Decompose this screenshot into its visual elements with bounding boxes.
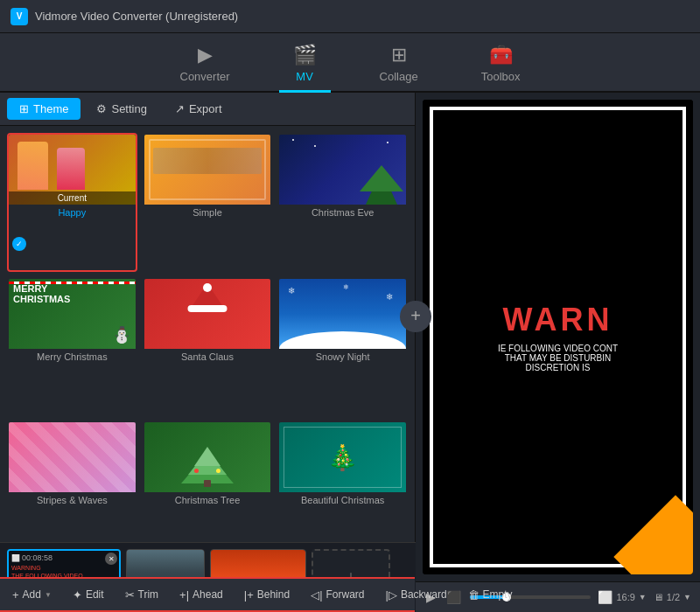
aspect-dropdown-arrow: ▼ (639, 593, 647, 602)
warning-line2: THAT MAY BE DISTURBIN (498, 353, 618, 363)
theme-item-simple[interactable]: Simple (143, 133, 273, 272)
video-preview: WARN IE FOLLOWING VIDEO CONT THAT MAY BE… (423, 100, 693, 574)
add-icon: + (12, 588, 19, 602)
edit-button[interactable]: ✦ Edit (66, 584, 111, 606)
title-bar: V Vidmore Video Converter (Unregistered) (0, 0, 700, 33)
resolution-selector[interactable]: 🖥 1/2 ▼ (654, 592, 691, 602)
theme-tab-icon: ⊞ (19, 102, 29, 115)
warning-line1: IE FOLLOWING VIDEO CONT (498, 344, 618, 353)
theme-grid: Current Happy ✓ Simple (0, 126, 415, 567)
theme-item-christmas-eve[interactable]: Christmas Eve (277, 133, 408, 272)
export-tab-icon: ↗ (175, 102, 185, 115)
theme-santa-claus-label: Santa Claus (144, 349, 271, 364)
clip-close-1[interactable]: ✕ (105, 553, 117, 565)
video-content: WARN IE FOLLOWING VIDEO CONT THAT MAY BE… (423, 100, 693, 574)
edit-icon: ✦ (73, 588, 82, 602)
nav-collage[interactable]: ⊞ Collage (366, 37, 432, 93)
theme-happy-label: Happy (9, 205, 136, 219)
theme-christmas-eve-label: Christmas Eve (279, 205, 406, 219)
nav-toolbox[interactable]: 🧰 Toolbox (467, 37, 535, 93)
theme-item-beautiful-christmas[interactable]: 🎄 Beautiful Christmas (277, 421, 408, 560)
mv-icon: 🎬 (293, 44, 317, 66)
tab-export[interactable]: ↗ Export (163, 98, 234, 120)
app-title: Vidmore Video Converter (Unregistered) (35, 10, 238, 23)
theme-item-santa-claus[interactable]: Santa Claus (143, 277, 273, 416)
tab-setting[interactable]: ⚙ Setting (84, 98, 158, 120)
warning-title: WARN (498, 302, 618, 338)
setting-tab-icon: ⚙ (96, 102, 107, 115)
theme-merry-christmas-label: Merry Christmas (9, 349, 136, 364)
ahead-button[interactable]: +| Ahead (172, 584, 230, 606)
behind-button[interactable]: |+ Behind (237, 584, 297, 606)
trim-icon: ✂ (125, 588, 135, 602)
collage-icon: ⊞ (391, 44, 407, 66)
theme-simple-label: Simple (144, 205, 271, 219)
empty-button[interactable]: 🗑 Empty (461, 584, 520, 606)
nav-converter-label: Converter (180, 70, 230, 83)
backward-icon: |▷ (386, 588, 397, 602)
toolbox-icon: 🧰 (489, 44, 513, 66)
right-panel: + WARN IE FOLLOWING VIDEO CONT THAT MAY … (416, 93, 700, 612)
converter-icon: ▶ (198, 44, 213, 66)
tab-bar: ⊞ Theme ⚙ Setting ↗ Export (0, 93, 415, 126)
resolution-icon: 🖥 (654, 592, 663, 602)
backward-button[interactable]: |▷ Backward (379, 584, 454, 606)
nav-mv[interactable]: 🎬 MV (279, 37, 331, 93)
ahead-icon: +| (179, 588, 189, 602)
warning-line3: DISCRETION IS (498, 363, 618, 372)
main-layout: ⊞ Theme ⚙ Setting ↗ Export (0, 93, 700, 612)
nav-converter[interactable]: ▶ Converter (166, 37, 244, 93)
theme-christmas-tree-label: Christmas Tree (144, 492, 271, 507)
nav-mv-label: MV (296, 70, 313, 83)
aspect-ratio-label: 16:9 (616, 592, 634, 602)
theme-check-icon: ✓ (12, 237, 26, 251)
left-panel: ⊞ Theme ⚙ Setting ↗ Export (0, 93, 416, 612)
add-button[interactable]: + Add ▼ (5, 584, 59, 606)
aspect-icon: ⬜ (598, 590, 612, 604)
forward-button[interactable]: ◁| Forward (304, 584, 371, 606)
resolution-dropdown-arrow: ▼ (683, 593, 691, 602)
trim-button[interactable]: ✂ Trim (118, 584, 166, 606)
tab-theme[interactable]: ⊞ Theme (7, 98, 80, 120)
nav-toolbox-label: Toolbox (481, 70, 521, 83)
bottom-toolbar: + Add ▼ ✦ Edit ✂ Trim +| Ahead |+ Be (0, 577, 415, 612)
theme-beautiful-christmas-label: Beautiful Christmas (279, 492, 406, 507)
aspect-selector[interactable]: ⬜ 16:9 ▼ (598, 590, 646, 604)
current-label: Current (9, 191, 136, 205)
add-media-floating-button[interactable]: + (400, 301, 431, 332)
theme-snowy-night-label: Snowy Night (279, 349, 406, 364)
theme-item-stripes-waves[interactable]: Stripes & Waves (7, 421, 137, 560)
empty-icon: 🗑 (468, 588, 480, 602)
theme-item-happy[interactable]: Current Happy ✓ (7, 133, 137, 272)
nav-collage-label: Collage (380, 70, 418, 83)
resolution-label: 1/2 (667, 592, 680, 602)
behind-icon: |+ (244, 588, 254, 602)
app-icon: V (10, 8, 28, 25)
theme-item-merry-christmas[interactable]: MERRYCHRISTMAS ⛄ Merry Christmas (7, 277, 137, 416)
nav-bar: ▶ Converter 🎬 MV ⊞ Collage 🧰 Toolbox (0, 33, 700, 93)
forward-icon: ◁| (311, 588, 322, 602)
theme-stripes-waves-label: Stripes & Waves (9, 492, 136, 507)
theme-item-christmas-tree[interactable]: Christmas Tree (143, 421, 273, 560)
theme-item-snowy-night[interactable]: ❄ ❄ ❄ Snowy Night (277, 277, 408, 416)
video-controls: ▶ ⬛ ⬜ 16:9 ▼ 🖥 1/2 ▼ (416, 581, 700, 612)
